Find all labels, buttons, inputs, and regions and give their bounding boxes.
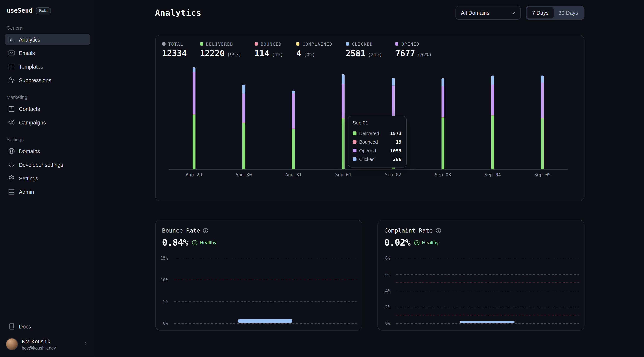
chevron-down-icon (510, 10, 516, 16)
stat-label-row: TOTAL (162, 42, 187, 46)
sidebar-item-templates[interactable]: Templates (5, 61, 90, 72)
tooltip-value: 286 (393, 156, 402, 162)
stacked-bar-aug-30[interactable] (242, 84, 245, 169)
app-root: useSend Beta GeneralAnalyticsEmailsTempl… (0, 0, 644, 357)
complaint-rate-header: Complaint Rate (378, 220, 584, 234)
stat-value: 7677 (395, 48, 415, 58)
sidebar-item-settings[interactable]: Settings (5, 172, 90, 184)
y-tick-label: 10% (159, 277, 168, 282)
sidebar-item-campaigns[interactable]: Campaigns (5, 117, 90, 128)
stat-value: 114 (254, 48, 270, 58)
tooltip-label: Bounced (359, 139, 378, 144)
stacked-bar-aug-29[interactable] (192, 68, 195, 169)
bar-segment-delivered (342, 118, 345, 169)
bar-segment-opened (491, 84, 494, 115)
stacked-bar-sep-04[interactable] (491, 76, 494, 169)
legend-chip-bounced (352, 140, 356, 144)
stacked-bar-aug-31[interactable] (292, 91, 295, 169)
stat-value-row: 2581(21%) (346, 48, 382, 58)
tooltip-label: Delivered (359, 131, 379, 136)
x-tick-label: Sep 01 (335, 172, 352, 178)
stacked-bar-sep-05[interactable] (541, 76, 544, 169)
sidebar-item-label: Analytics (19, 36, 40, 42)
stat-label-row: BOUNCED (254, 42, 283, 46)
bar-segment-clicked (242, 84, 245, 94)
layout-grid-icon (8, 63, 15, 70)
sidebar-item-contacts[interactable]: Contacts (5, 103, 90, 114)
stat-percentage: (0%) (304, 52, 315, 58)
sidebar-item-emails[interactable]: Emails (5, 47, 90, 59)
bar-segment-delivered (541, 118, 544, 169)
tab-30-days[interactable]: 30 Days (554, 7, 583, 18)
domain-filter-select[interactable]: All Domains (456, 6, 521, 20)
book-icon (8, 323, 15, 330)
x-tick-label: Aug 30 (236, 172, 252, 178)
bar-segment-opened (292, 93, 295, 128)
stat-delivered: DELIVERED12220(99%) (200, 42, 241, 58)
tooltip-row-opened: Opened1055 (352, 146, 402, 155)
sidebar-item-docs[interactable]: Docs (5, 321, 90, 332)
stat-label: TOTAL (168, 42, 183, 46)
x-tick-label: Sep 03 (435, 172, 451, 178)
gear-icon (8, 175, 15, 182)
sidebar-item-label: Emails (19, 50, 35, 56)
user-email: hey@koushik.dev (22, 345, 56, 350)
tooltip-value: 1055 (390, 148, 402, 153)
tooltip-rows: Delivered1573Bounced19Opened1055Clicked2… (352, 129, 402, 164)
bar-segment-clicked (192, 68, 195, 72)
stat-label: OPENED (402, 42, 420, 46)
stat-value: 2581 (346, 48, 366, 58)
sidebar-item-suppressions[interactable]: Suppressions (5, 74, 90, 86)
x-tick-label: Aug 29 (186, 172, 202, 178)
more-vertical-icon[interactable] (82, 341, 89, 347)
bar-segment-clicked (442, 78, 444, 86)
bar-segment-opened (192, 72, 195, 114)
complaint-rate-value-row: 0.02% Healthy (378, 234, 584, 248)
stat-label: BOUNCED (261, 42, 282, 46)
complaint-rate-title: Complaint Rate (384, 227, 433, 234)
gridline (174, 323, 356, 324)
stacked-bar-sep-03[interactable] (442, 78, 444, 169)
complaint-rate-value: 0.02% (384, 238, 410, 248)
sidebar-item-analytics[interactable]: Analytics (5, 34, 90, 45)
bounce-status-badge: Healthy (192, 240, 216, 246)
user-menu[interactable]: KM Koushik hey@koushik.dev (5, 336, 90, 353)
stat-percentage: (21%) (368, 52, 382, 58)
y-tick-label: .4% (381, 288, 390, 293)
x-tick-label: Sep 02 (385, 172, 402, 178)
sidebar: useSend Beta GeneralAnalyticsEmailsTempl… (0, 0, 95, 357)
x-tick-label: Sep 04 (484, 172, 501, 178)
legend-chip-opened (352, 149, 356, 152)
sidebar-item-domains[interactable]: Domains (5, 145, 90, 157)
stats-row: TOTAL12334DELIVERED12220(99%)BOUNCED114(… (156, 36, 584, 58)
bounce-rate-value: 0.84% (162, 238, 188, 248)
bar-segment-opened (541, 82, 544, 118)
legend-chip-clicked (352, 157, 356, 161)
bar-segment-clicked (342, 74, 345, 84)
stat-label-row: COMPLAINED (296, 42, 332, 46)
user-name: KM Koushik (22, 338, 56, 344)
content: Analytics All Domains 7 Days30 Days TOTA… (155, 0, 584, 330)
y-tick-label: 0% (381, 321, 390, 326)
sidebar-item-label: Suppressions (19, 77, 51, 83)
legend-dot-total (162, 42, 166, 46)
stat-value: 12334 (162, 48, 187, 58)
stat-label: DELIVERED (206, 42, 233, 46)
tab-7-days[interactable]: 7 Days (527, 7, 554, 18)
stat-percentage: (1%) (272, 52, 283, 58)
sidebar-item-developer-settings[interactable]: Developer settings (5, 159, 90, 170)
stacked-bar-sep-01[interactable] (342, 74, 345, 169)
rate-cards-row: Bounce Rate 0.84% Healthy 15%10%5%0% (155, 220, 584, 330)
sidebar-item-admin[interactable]: Admin (5, 186, 90, 198)
info-icon[interactable] (203, 228, 208, 233)
sidebar-item-label: Admin (19, 189, 34, 195)
rate-bar-sep-01[interactable] (238, 319, 292, 323)
stat-complained: COMPLAINED4(0%) (296, 42, 332, 58)
bar-segment-opened (392, 85, 394, 120)
gridline (396, 323, 578, 324)
info-icon[interactable] (436, 228, 441, 233)
tooltip-row-bounced: Bounced19 (352, 138, 402, 146)
rate-bar-sep-02[interactable] (460, 321, 515, 323)
tooltip-label: Clicked (359, 157, 374, 162)
chart-tooltip: Sep 01 Delivered1573Bounced19Opened1055C… (348, 116, 406, 168)
